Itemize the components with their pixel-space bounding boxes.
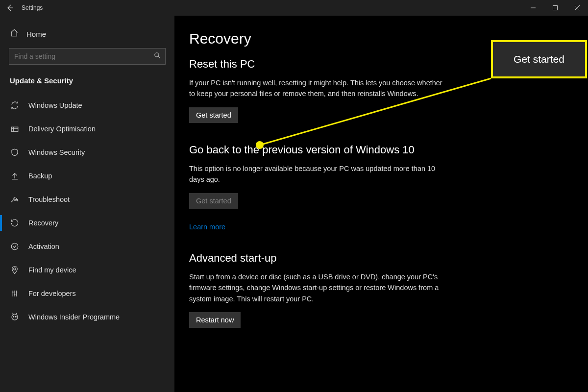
search-box[interactable] <box>9 48 166 65</box>
advanced-heading: Advanced start-up <box>189 252 568 265</box>
maximize-button[interactable] <box>544 0 566 16</box>
sidebar-item-troubleshoot[interactable]: Troubleshoot <box>0 188 174 211</box>
minimize-icon <box>531 5 536 10</box>
maximize-icon <box>553 5 558 10</box>
shield-icon <box>10 147 20 157</box>
home-link[interactable]: Home <box>0 24 174 48</box>
sidebar-item-recovery[interactable]: Recovery <box>0 211 174 235</box>
home-label: Home <box>26 30 46 38</box>
window-title: Settings <box>22 4 43 11</box>
insider-icon <box>10 312 20 322</box>
sidebar: Home Update & Security Windows Update <box>0 16 174 392</box>
minimize-button[interactable] <box>522 0 544 16</box>
svg-point-3 <box>11 243 18 250</box>
svg-rect-0 <box>553 6 557 10</box>
sidebar-item-for-developers[interactable]: For developers <box>0 282 174 305</box>
close-button[interactable] <box>566 0 588 16</box>
delivery-icon <box>10 124 20 134</box>
location-icon <box>10 265 20 275</box>
goback-description: This option is no longer available becau… <box>189 163 444 185</box>
learn-more-link[interactable]: Learn more <box>189 223 225 231</box>
developer-icon <box>10 289 20 298</box>
check-circle-icon <box>10 242 20 251</box>
reset-description: If your PC isn't running well, resetting… <box>189 77 444 99</box>
home-icon <box>10 28 19 39</box>
close-icon <box>575 5 580 10</box>
sidebar-item-backup[interactable]: Backup <box>0 164 174 188</box>
go-back-section: Go back to the previous version of Windo… <box>189 144 568 231</box>
sidebar-item-label: Windows Security <box>28 148 85 156</box>
svg-point-4 <box>14 268 16 270</box>
sidebar-item-label: Recovery <box>28 219 58 227</box>
recovery-icon <box>10 218 20 228</box>
svg-point-1 <box>155 53 159 57</box>
sidebar-item-label: Delivery Optimisation <box>28 125 96 133</box>
search-icon <box>154 52 161 61</box>
sidebar-item-windows-insider[interactable]: Windows Insider Programme <box>0 305 174 329</box>
sidebar-item-find-my-device[interactable]: Find my device <box>0 258 174 282</box>
svg-point-7 <box>15 316 16 317</box>
titlebar: Settings <box>0 0 588 16</box>
sidebar-item-label: Windows Update <box>28 101 82 109</box>
sidebar-item-label: Troubleshoot <box>28 196 70 203</box>
sidebar-item-label: For developers <box>28 290 76 297</box>
nav-list: Windows Update Delivery Optimisation Win… <box>0 94 174 329</box>
svg-point-5 <box>12 314 18 320</box>
callout-box: Get started <box>491 40 587 78</box>
svg-rect-2 <box>11 127 18 131</box>
back-arrow-icon <box>6 4 14 12</box>
goback-get-started-button: Get started <box>189 193 238 209</box>
sidebar-item-label: Backup <box>28 172 52 180</box>
sidebar-item-label: Windows Insider Programme <box>28 313 120 321</box>
goback-heading: Go back to the previous version of Windo… <box>189 144 568 156</box>
advanced-startup-section: Advanced start-up Start up from a device… <box>189 252 568 328</box>
sidebar-item-delivery-optimisation[interactable]: Delivery Optimisation <box>0 117 174 141</box>
backup-icon <box>10 171 20 181</box>
sidebar-item-label: Activation <box>28 243 59 250</box>
main-content: Recovery Reset this PC If your PC isn't … <box>174 16 588 392</box>
reset-get-started-button[interactable]: Get started <box>189 107 238 123</box>
restart-now-button[interactable]: Restart now <box>189 312 241 328</box>
settings-window: Settings Home <box>0 0 588 392</box>
section-heading: Update & Security <box>0 74 174 94</box>
sidebar-item-label: Find my device <box>28 266 76 274</box>
back-button[interactable] <box>0 0 20 16</box>
advanced-description: Start up from a device or disc (such as … <box>189 271 444 304</box>
callout-label: Get started <box>514 53 564 65</box>
svg-point-6 <box>13 316 14 317</box>
sidebar-item-activation[interactable]: Activation <box>0 235 174 258</box>
wrench-icon <box>10 195 20 204</box>
search-input[interactable] <box>9 48 166 65</box>
sidebar-item-windows-security[interactable]: Windows Security <box>0 141 174 164</box>
sidebar-item-windows-update[interactable]: Windows Update <box>0 94 174 117</box>
sync-icon <box>10 100 20 110</box>
